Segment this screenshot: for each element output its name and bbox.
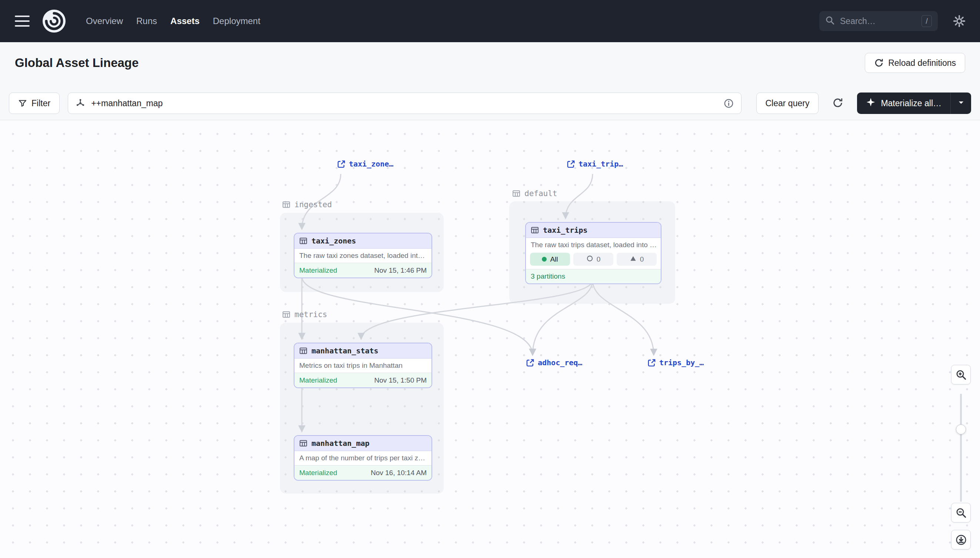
group-label-metrics[interactable]: metrics — [282, 310, 328, 319]
external-asset-taxi-zone[interactable]: taxi_zone… — [337, 159, 393, 168]
external-link-icon — [647, 359, 656, 367]
external-asset-label: taxi_trip… — [578, 159, 623, 168]
asset-selection-input[interactable] — [91, 98, 718, 109]
zoom-in-button[interactable] — [951, 365, 971, 384]
page-header: Global Asset Lineage Reload definitions — [0, 42, 980, 84]
page-title: Global Asset Lineage — [15, 56, 138, 70]
external-asset-trips-by-week[interactable]: trips_by_… — [647, 358, 704, 367]
filter-button[interactable]: Filter — [9, 92, 59, 114]
search-icon — [825, 16, 835, 27]
asset-name: manhattan_map — [311, 439, 370, 448]
app-window: Overview Runs Assets Deployment / — [0, 0, 980, 558]
lineage-canvas[interactable]: ingested default metrics taxi_zone… ta — [0, 120, 980, 558]
external-asset-adhoc-request[interactable]: adhoc_req… — [526, 358, 582, 367]
menu-icon[interactable] — [15, 16, 30, 27]
asset-description: Metrics on taxi trips in Manhattan — [295, 359, 432, 373]
external-asset-label: taxi_zone… — [349, 159, 393, 168]
zoom-slider-track[interactable] — [960, 394, 962, 502]
chevron-down-icon — [957, 98, 965, 108]
asset-footer: Materialized Nov 15, 1:46 PM — [295, 263, 432, 277]
asset-selection-input-wrapper — [68, 92, 741, 114]
external-link-icon — [526, 359, 534, 367]
status-badge: Materialized — [299, 469, 337, 477]
partition-all-label: All — [550, 255, 558, 263]
group-label-ingested[interactable]: ingested — [282, 200, 332, 209]
materialize-all-label: Materialize all… — [881, 98, 942, 108]
group-table-icon — [282, 200, 290, 209]
materialization-timestamp: Nov 15, 1:50 PM — [374, 376, 427, 384]
sparkle-icon — [866, 97, 876, 109]
reload-definitions-button[interactable]: Reload definitions — [865, 53, 965, 73]
refresh-icon — [874, 58, 884, 68]
refresh-icon — [832, 97, 843, 110]
asset-node-taxi-trips[interactable]: taxi_trips The raw taxi trips dataset, l… — [525, 222, 662, 284]
triangle-icon — [630, 255, 637, 264]
partitions-count-link[interactable]: 3 partitions — [526, 269, 661, 284]
search-shortcut-key: / — [921, 15, 932, 27]
asset-description: The raw taxi zones dataset, loaded int… — [295, 249, 432, 263]
external-link-icon — [337, 160, 346, 168]
nav-item-assets[interactable]: Assets — [170, 16, 199, 26]
zoom-out-button[interactable] — [951, 503, 971, 522]
group-name: ingested — [295, 200, 332, 209]
info-icon[interactable] — [724, 98, 734, 108]
table-icon — [531, 226, 539, 234]
group-label-default[interactable]: default — [512, 189, 557, 198]
lineage-toolbar: Filter Clear query — [9, 92, 971, 114]
asset-node-header: manhattan_map — [295, 436, 432, 451]
zoom-slider-handle[interactable] — [956, 424, 966, 435]
asset-node-manhattan-map[interactable]: manhattan_map A map of the number of tri… — [294, 435, 432, 481]
funnel-icon — [18, 99, 27, 108]
partitions-count-label: 3 partitions — [531, 272, 565, 281]
settings-gear-icon[interactable] — [953, 15, 965, 27]
search-input[interactable] — [839, 16, 917, 27]
clear-query-label: Clear query — [766, 98, 810, 108]
asset-node-header: manhattan_stats — [295, 343, 432, 359]
asset-node-header: taxi_trips — [526, 223, 661, 238]
nav-item-overview[interactable]: Overview — [86, 16, 123, 26]
clear-query-button[interactable]: Clear query — [756, 92, 819, 114]
asset-node-header: taxi_zones — [295, 233, 432, 249]
table-icon — [299, 439, 307, 447]
status-badge: Materialized — [299, 266, 337, 274]
asset-name: taxi_zones — [311, 236, 356, 245]
materialize-all-main[interactable]: Materialize all… — [857, 92, 950, 114]
table-icon — [299, 237, 307, 245]
partition-health-row: All 0 0 — [526, 252, 661, 269]
group-table-icon — [512, 189, 520, 198]
materialize-dropdown-toggle[interactable] — [950, 92, 971, 114]
external-asset-taxi-trip[interactable]: taxi_trip… — [567, 159, 623, 168]
nav-item-runs[interactable]: Runs — [136, 16, 157, 26]
asset-name: taxi_trips — [543, 226, 587, 235]
materialize-all-button[interactable]: Materialize all… — [857, 92, 971, 114]
download-view-button[interactable] — [951, 530, 971, 550]
materialized-dot-icon — [542, 257, 547, 262]
asset-footer: Materialized Nov 15, 1:50 PM — [295, 373, 432, 387]
selection-graph-icon — [76, 98, 85, 108]
top-nav: Overview Runs Assets Deployment / — [0, 0, 980, 42]
group-name: default — [524, 189, 557, 198]
partition-pill-failed[interactable]: 0 — [617, 253, 657, 266]
partition-count: 0 — [640, 255, 644, 263]
partition-pill-all[interactable]: All — [530, 253, 570, 266]
refresh-query-button[interactable] — [827, 92, 848, 114]
partition-pill-missing[interactable]: 0 — [573, 253, 613, 266]
search-box[interactable]: / — [819, 11, 938, 31]
asset-description: The raw taxi trips dataset, loaded into … — [526, 238, 661, 252]
nav-item-deployment[interactable]: Deployment — [213, 16, 260, 26]
asset-node-taxi-zones[interactable]: taxi_zones The raw taxi zones dataset, l… — [294, 233, 432, 278]
reload-definitions-label: Reload definitions — [888, 58, 956, 68]
external-asset-label: adhoc_req… — [538, 358, 582, 367]
asset-node-manhattan-stats[interactable]: manhattan_stats Metrics on taxi trips in… — [294, 343, 432, 388]
group-name: metrics — [295, 310, 328, 319]
partition-count: 0 — [597, 255, 601, 263]
circle-outline-icon — [586, 255, 593, 264]
status-badge: Materialized — [299, 376, 337, 384]
dagster-logo-icon[interactable] — [42, 9, 66, 33]
group-table-icon — [282, 310, 290, 318]
asset-description: A map of the number of trips per taxi z… — [295, 451, 432, 465]
asset-footer: Materialized Nov 16, 10:14 AM — [295, 465, 432, 480]
filter-label: Filter — [31, 98, 50, 108]
nav-right: / — [819, 11, 965, 31]
lineage-edges — [0, 120, 980, 558]
